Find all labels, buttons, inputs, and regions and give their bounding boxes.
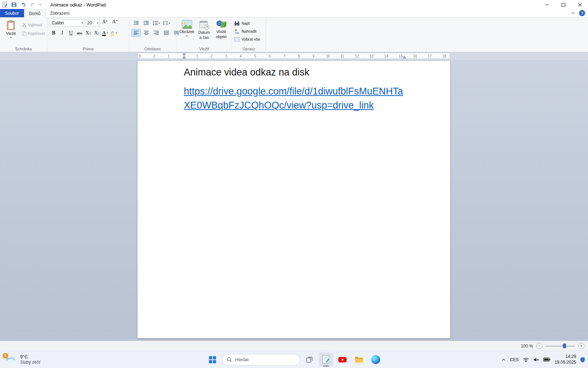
font-color-button[interactable]: A ▾	[101, 29, 109, 37]
ruler-tick: ·	[276, 54, 277, 58]
select-all-label: Vybrat vše	[242, 37, 260, 41]
datetime-button[interactable]: Datum a čas	[196, 19, 213, 46]
left-indent-marker[interactable]	[183, 56, 186, 59]
notification-button[interactable]	[580, 357, 585, 363]
shrink-font-button[interactable]: A ▼	[111, 19, 120, 27]
paragraph-group-label: Odstavec	[129, 47, 176, 51]
list-button[interactable]: ▾	[151, 19, 161, 27]
highlighter-icon	[110, 30, 115, 36]
highlight-button[interactable]: ▾	[109, 29, 118, 37]
ribbon: Vložit ▾ Vyjmout Kopírovat Schránka Cali…	[0, 18, 588, 52]
wifi-button[interactable]	[523, 357, 529, 362]
taskbar-app-wordpad[interactable]	[319, 353, 333, 367]
redo-button[interactable]	[28, 1, 37, 9]
grow-font-button[interactable]: A ▲	[101, 19, 109, 27]
battery-button[interactable]	[543, 358, 551, 362]
undo-icon	[20, 2, 26, 7]
taskbar-app-youtube[interactable]	[335, 353, 350, 367]
taskbar-app-edge[interactable]	[368, 353, 383, 367]
superscript-button[interactable]: X2	[93, 29, 101, 37]
language-indicator[interactable]: CES	[510, 357, 519, 362]
volume-button[interactable]	[533, 357, 539, 362]
bold-button[interactable]: B	[50, 29, 58, 37]
hyperlink-line-1[interactable]: https://drive.google.com/file/d/1diwufbl…	[184, 84, 403, 98]
insert-object-button[interactable]: Vložit objekt	[213, 19, 229, 46]
document-page[interactable]: Animace videa odkaz na disk https://driv…	[137, 61, 450, 338]
align-center-button[interactable]	[141, 29, 151, 37]
weather-temperature: 9°C	[20, 354, 41, 360]
ribbon-right-controls: ?	[570, 10, 588, 17]
save-button[interactable]	[10, 1, 18, 9]
paste-button[interactable]: Vložit ▾	[2, 19, 20, 46]
tab-view[interactable]: Zobrazení	[46, 9, 74, 17]
qat-customize-button[interactable]: ▾	[38, 1, 42, 9]
search-box[interactable]	[222, 354, 300, 365]
tab-home[interactable]: Domů	[24, 9, 46, 18]
select-all-button[interactable]: Vybrat vše	[234, 36, 263, 43]
strikethrough-button[interactable]: abe	[75, 29, 84, 37]
cut-button[interactable]: Vyjmout	[22, 21, 45, 28]
task-view-icon	[305, 355, 314, 364]
collapse-ribbon-button[interactable]	[570, 10, 576, 16]
weather-widget[interactable]: 5 9°C Slabý déšť	[0, 351, 44, 368]
up-triangle-icon: ▲	[106, 20, 108, 22]
superscript-2: 2	[98, 31, 99, 35]
right-indent-marker[interactable]	[403, 56, 406, 59]
editing-group-label: Úpravy	[232, 47, 266, 51]
hyperlink-line-2[interactable]: XE0WBqbFzJCQhOQc/view?usp=drive_link	[184, 98, 374, 112]
ruler-number: 17	[428, 54, 431, 58]
zoom-in-button[interactable]: +	[578, 343, 584, 349]
ruler-number: 4	[240, 54, 242, 58]
binoculars-icon	[234, 21, 240, 26]
replace-icon-text-ab: ab	[234, 29, 237, 31]
search-input[interactable]	[235, 357, 289, 362]
clock-widget[interactable]: 14:29 19.05.2025	[555, 354, 576, 365]
start-button[interactable]	[205, 353, 220, 367]
replace-button[interactable]: abac Nahradit	[234, 28, 263, 35]
align-right-button[interactable]	[151, 29, 161, 37]
tab-file[interactable]: Soubor	[0, 9, 24, 17]
decrease-indent-button[interactable]	[131, 19, 141, 27]
zoom-slider-thumb[interactable]	[563, 344, 566, 348]
underline-button[interactable]: U	[67, 29, 75, 37]
undo-button[interactable]	[19, 1, 28, 9]
chevron-down-icon: ▾	[186, 34, 188, 37]
close-button[interactable]	[571, 0, 588, 9]
ruler-tick: ·	[176, 54, 177, 58]
first-line-indent-marker[interactable]	[183, 53, 186, 56]
picture-label: Obrázek	[179, 29, 195, 34]
zoom-slider[interactable]	[546, 343, 575, 349]
find-button[interactable]: Najít	[234, 20, 263, 27]
ruler-number: 16	[413, 54, 417, 58]
font-size-combo[interactable]: 20 ▾	[85, 19, 99, 27]
minimize-button[interactable]	[538, 0, 555, 9]
picture-button[interactable]: Obrázek ▾	[179, 19, 195, 46]
increase-indent-button[interactable]	[141, 19, 151, 27]
maximize-button[interactable]	[555, 0, 571, 9]
help-button[interactable]: ?	[579, 10, 585, 16]
battery-icon	[543, 358, 551, 362]
weather-condition: Slabý déšť	[20, 360, 41, 365]
tray-time: 14:29	[555, 354, 576, 360]
line-spacing-button[interactable]: ▾	[162, 19, 171, 27]
font-size-value: 20	[87, 20, 92, 26]
running-app-indicator	[323, 365, 329, 367]
ruler-number: 12	[355, 54, 359, 58]
subscript-button[interactable]: X2	[84, 29, 92, 37]
italic-button[interactable]: I	[58, 29, 66, 37]
zoom-slider-track	[546, 346, 575, 346]
taskbar-app-explorer[interactable]	[352, 353, 366, 367]
justify-button[interactable]	[162, 29, 171, 37]
font-family-combo[interactable]: Calibri ▾	[50, 19, 84, 27]
document-area: Animace videa odkaz na disk https://driv…	[0, 60, 588, 341]
ruler-tick: ·	[161, 54, 162, 58]
copy-button[interactable]: Kopírovat	[22, 30, 45, 37]
tray-expand-button[interactable]	[501, 358, 506, 361]
editing-buttons: Najít abac Nahradit Vybrat vše	[234, 20, 263, 43]
align-left-button[interactable]	[131, 29, 141, 37]
document-hyperlink[interactable]: https://drive.google.com/file/d/1diwufbl…	[184, 84, 436, 112]
zoom-out-button[interactable]: −	[536, 343, 542, 349]
ruler-tick: ·	[349, 54, 350, 58]
paragraph-row-1: ▾ ▾	[131, 19, 174, 27]
task-view-button[interactable]	[302, 353, 317, 367]
